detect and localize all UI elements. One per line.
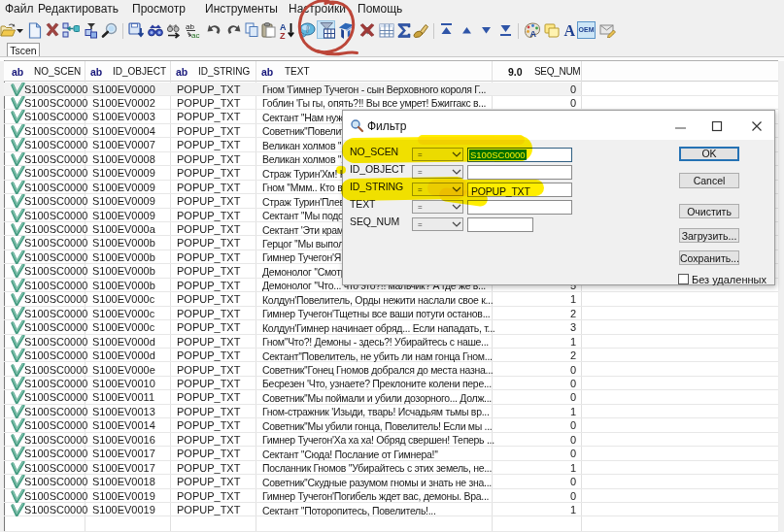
svg-text:ac: ac xyxy=(191,31,199,39)
svg-text:A: A xyxy=(564,22,576,39)
svg-text:A: A xyxy=(530,29,537,39)
svg-text:ab: ab xyxy=(186,22,194,31)
svg-text:Z: Z xyxy=(280,31,286,40)
